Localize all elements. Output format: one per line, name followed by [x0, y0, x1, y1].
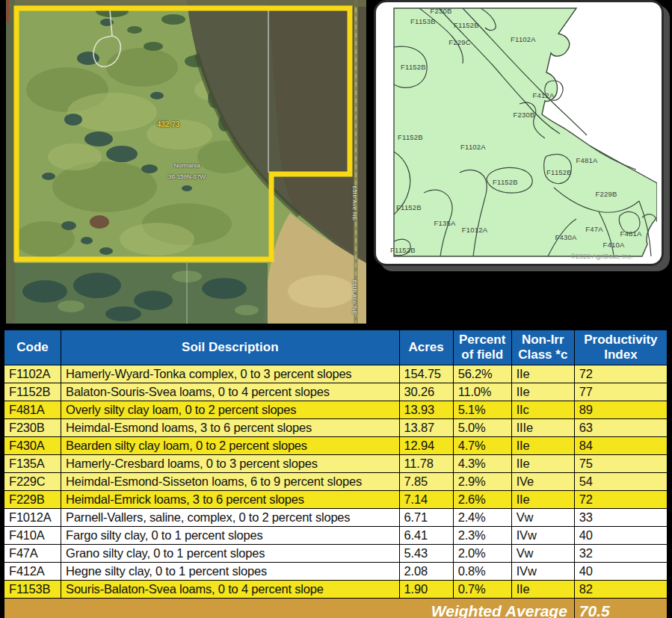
cell-acres: 30.26 [399, 383, 453, 401]
soil-row-F1012A: F1012AParnell-Vallers, saline, complex, … [4, 509, 668, 527]
header-code: Code [4, 330, 61, 365]
soil-row-F229B: F229BHeimdal-Emrick loams, 3 to 6 percen… [4, 491, 668, 509]
cropland-highlight [288, 275, 355, 308]
cell-code: F430A [4, 437, 61, 455]
cell-pi: 75 [574, 455, 667, 473]
soil-map-label-F481A: F481A [576, 156, 598, 164]
cell-acres: 13.93 [399, 401, 453, 419]
header-nonirr: Non-Irr Class *c [511, 330, 574, 365]
soil-map-label-F1153B: F1153B [410, 17, 436, 25]
cell-non_irr: Vw [511, 509, 574, 527]
soil-row-F47A: F47AGrano silty clay, 0 to 1 percent slo… [4, 545, 668, 563]
soil-map-label-F1152B: F1152B [396, 203, 422, 211]
header-percent: Percent of field [453, 330, 511, 365]
cell-description: Heimdal-Emrick loams, 3 to 6 percent slo… [61, 491, 400, 509]
cell-pi: 33 [574, 509, 667, 527]
cell-description: Overly silty clay loam, 0 to 2 percent s… [61, 401, 400, 419]
cell-non_irr: Vw [511, 545, 574, 563]
cell-non_irr: IIe [511, 365, 574, 383]
soil-map-label-F135A: F135A [434, 219, 456, 227]
header-nonirr-line1: Non-Irr [522, 333, 564, 347]
cell-pi: 40 [574, 527, 667, 545]
soil-map-label-F412A: F412A [533, 91, 555, 99]
soil-map-label-F1152B: F1152B [493, 178, 518, 186]
cell-description: Heimdal-Esmond-Sisseton loams, 6 to 9 pe… [61, 473, 400, 491]
red-marker-line [7, 0, 9, 22]
weighted-average-row: Weighted Average 70.5 [4, 599, 668, 618]
cell-acres: 6.41 [399, 527, 453, 545]
soil-row-F135A: F135AHamerly-Cresbard loams, 0 to 3 perc… [4, 455, 668, 473]
cell-acres: 5.43 [399, 545, 453, 563]
cell-percent: 2.0% [453, 545, 511, 563]
soil-map-label-F229B: F229B [596, 190, 617, 198]
aerial-photo: 432.73Normania36-159N-67W65th Ave NE66th… [0, 0, 366, 324]
header-acres: Acres [399, 330, 453, 365]
cell-acres: 11.78 [399, 455, 453, 473]
header-nonirr-line2: Class *c [515, 347, 571, 362]
soil-map-label-F1152B: F1152B [454, 21, 479, 29]
cell-acres: 1.90 [399, 581, 453, 599]
header-description: Soil Description [61, 330, 400, 365]
soil-map-label-F430A: F430A [555, 233, 577, 241]
cell-non_irr: IIe [511, 491, 574, 509]
cell-code: F47A [4, 545, 61, 563]
soil-row-F1152B: F1152BBalaton-Souris-Svea loams, 0 to 4 … [4, 383, 668, 401]
cell-code: F135A [4, 455, 61, 473]
cell-description: Balaton-Souris-Svea loams, 0 to 4 percen… [61, 383, 400, 401]
cell-code: F412A [4, 563, 61, 581]
header-pi-line2: Index [578, 347, 664, 362]
soil-row-F229C: F229CHeimdal-Esmond-Sisseton loams, 6 to… [4, 473, 668, 491]
soil-row-F1153B: F1153BSouris-Balaton-Svea loams, 0 to 4 … [4, 581, 668, 599]
soil-map-label-F1152B: F1152B [401, 63, 426, 71]
soil-map-label-F230B: F230B [514, 111, 535, 119]
cell-non_irr: IVe [511, 473, 574, 491]
cell-non_irr: IIe [511, 437, 574, 455]
cell-acres: 6.71 [399, 509, 453, 527]
aerial-photo-art [0, 0, 366, 324]
soil-map-label-F229C: F229C [448, 38, 471, 46]
cell-description: Grano silty clay, 0 to 1 percent slopes [61, 545, 400, 563]
cell-percent: 2.4% [453, 509, 511, 527]
cell-percent: 0.7% [453, 581, 511, 599]
soil-map-card: F230BF1153BF1152BF229CF1102AF1152BF412AF… [374, 0, 664, 266]
cell-code: F229C [4, 473, 61, 491]
header-percent-line2: of field [457, 347, 508, 362]
brown-slough [90, 215, 109, 229]
soil-map-label-F1152B: F1152B [390, 246, 416, 254]
cell-acres: 12.94 [399, 437, 453, 455]
cell-percent: 0.8% [453, 563, 511, 581]
soil-table-section: Code Soil Description Acres Percent of f… [4, 330, 668, 618]
cell-pi: 72 [574, 365, 667, 383]
cell-code: F1102A [4, 365, 61, 383]
cell-percent: 4.3% [453, 455, 511, 473]
soil-row-F430A: F430ABearden silty clay loam, 0 to 2 per… [4, 437, 668, 455]
west-edge-strip [6, 0, 15, 324]
cell-percent: 2.9% [453, 473, 511, 491]
soil-map-label-F410A: F410A [603, 241, 625, 249]
cell-code: F1012A [4, 509, 61, 527]
soil-map-label-F47A: F47A [585, 225, 603, 233]
soil-map-label-F481A: F481A [620, 229, 642, 238]
cell-pi: 32 [574, 545, 667, 563]
cell-acres: 13.87 [399, 419, 453, 437]
cell-percent: 56.2% [453, 365, 511, 383]
cell-code: F230B [4, 419, 61, 437]
cell-percent: 4.7% [453, 437, 511, 455]
cell-non_irr: IIe [511, 383, 574, 401]
cell-acres: 2.08 [399, 563, 453, 581]
soil-row-F481A: F481AOverly silty clay loam, 0 to 2 perc… [4, 401, 668, 419]
cell-code: F229B [4, 491, 61, 509]
cell-percent: 2.3% [453, 527, 511, 545]
cell-description: Bearden silty clay loam, 0 to 2 percent … [61, 437, 400, 455]
soil-row-F412A: F412AHegne silty clay, 0 to 1 percent sl… [4, 563, 668, 581]
cell-pi: 63 [574, 419, 667, 437]
cell-code: F1153B [4, 581, 61, 599]
cell-acres: 154.75 [399, 365, 453, 383]
cell-acres: 7.85 [399, 473, 453, 491]
cell-code: F410A [4, 527, 61, 545]
cell-code: F1152B [4, 383, 61, 401]
map-copyright: ©2023 AgriData, Inc. [570, 253, 632, 260]
header-pi-line1: Productivity [584, 333, 657, 347]
cell-non_irr: IIe [511, 581, 574, 599]
cell-pi: 84 [574, 437, 667, 455]
